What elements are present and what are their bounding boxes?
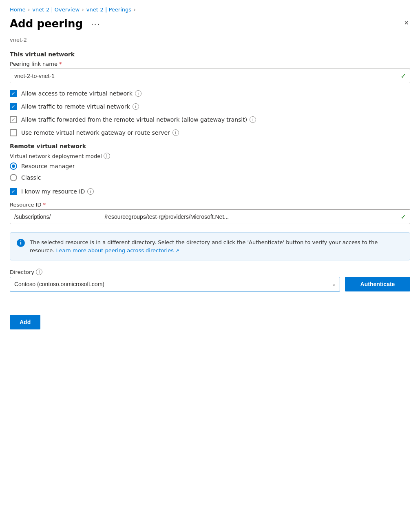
use-gateway-info[interactable]: i — [172, 129, 179, 136]
resource-id-check: ✓ — [401, 213, 406, 221]
deployment-model-label: Virtual network deployment model i — [10, 153, 410, 159]
use-gateway-row: Use remote virtual network gateway or ro… — [10, 129, 410, 136]
breadcrumb-sep-1: › — [28, 7, 30, 13]
allow-access-info[interactable]: i — [135, 90, 141, 97]
resource-id-label: Resource ID * — [10, 202, 410, 208]
classic-radio[interactable] — [10, 174, 17, 181]
breadcrumb-sep-3: › — [134, 7, 136, 13]
required-star: * — [59, 61, 62, 67]
resource-manager-label: Resource manager — [21, 163, 75, 169]
info-banner-icon: i — [17, 239, 25, 247]
allow-traffic-checkbox[interactable]: ✓ — [10, 103, 17, 110]
allow-traffic-info[interactable]: i — [133, 103, 139, 110]
peering-link-name-input[interactable] — [10, 69, 410, 83]
directory-select[interactable]: Contoso (contoso.onmicrosoft.com) — [10, 277, 340, 291]
know-resource-id-label: I know my resource ID i — [21, 188, 94, 195]
peering-link-name-check: ✓ — [401, 72, 406, 80]
use-gateway-label: Use remote virtual network gateway or ro… — [21, 129, 179, 136]
resource-manager-radio-row: Resource manager — [10, 162, 410, 170]
know-resource-id-row: ✓ I know my resource ID i — [10, 188, 410, 195]
allow-traffic-row: ✓ Allow traffic to remote virtual networ… — [10, 103, 410, 110]
resource-manager-radio[interactable] — [10, 162, 17, 170]
info-banner-link[interactable]: Learn more about peering across director… — [56, 247, 179, 254]
peering-link-name-label: Peering link name * — [10, 61, 410, 67]
resource-id-required-star: * — [43, 202, 46, 208]
directory-select-wrapper: Contoso (contoso.onmicrosoft.com) ⌄ — [10, 277, 340, 291]
classic-radio-row: Classic — [10, 174, 410, 181]
know-resource-id-checkmark: ✓ — [11, 189, 15, 194]
directory-info[interactable]: i — [36, 269, 42, 275]
allow-forwarded-checkbox[interactable]: ✓ — [10, 116, 17, 123]
breadcrumb-home[interactable]: Home — [10, 7, 25, 13]
page-subtitle: vnet-2 — [0, 37, 420, 43]
close-button[interactable]: × — [402, 18, 410, 28]
allow-forwarded-info[interactable]: i — [250, 116, 256, 123]
breadcrumb-vnet-overview[interactable]: vnet-2 | Overview — [32, 7, 80, 13]
allow-access-row: ✓ Allow access to remote virtual network… — [10, 90, 410, 97]
allow-forwarded-mark: ✓ — [11, 117, 15, 122]
breadcrumb-sep-2: › — [82, 7, 84, 13]
ellipsis-button[interactable]: ··· — [88, 18, 104, 30]
classic-label: Classic — [21, 174, 41, 181]
info-banner-text: The selected resource is in a different … — [30, 238, 403, 254]
allow-forwarded-row: ✓ Allow traffic forwarded from the remot… — [10, 116, 410, 123]
info-banner: i The selected resource is in a differen… — [10, 232, 410, 260]
allow-access-label: Allow access to remote virtual network i — [21, 90, 141, 97]
know-resource-id-checkbox[interactable]: ✓ — [10, 188, 17, 195]
directory-row: Contoso (contoso.onmicrosoft.com) ⌄ Auth… — [10, 277, 410, 291]
allow-traffic-label: Allow traffic to remote virtual network … — [21, 103, 139, 110]
this-vnet-section-title: This virtual network — [10, 51, 410, 58]
deployment-model-info[interactable]: i — [104, 153, 110, 159]
use-gateway-checkbox[interactable] — [10, 129, 17, 136]
authenticate-button[interactable]: Authenticate — [345, 277, 410, 291]
page-title: Add peering — [10, 18, 83, 30]
resource-id-input[interactable] — [10, 209, 410, 224]
footer: Add — [0, 308, 420, 336]
allow-access-checkbox[interactable]: ✓ — [10, 90, 17, 97]
allow-forwarded-label: Allow traffic forwarded from the remote … — [21, 116, 256, 123]
add-button[interactable]: Add — [10, 315, 40, 329]
remote-vnet-section-title: Remote virtual network — [10, 143, 410, 149]
allow-traffic-checkmark: ✓ — [11, 104, 15, 109]
breadcrumb: Home › vnet-2 | Overview › vnet-2 | Peer… — [0, 0, 420, 16]
know-resource-id-info[interactable]: i — [87, 188, 94, 195]
directory-label: Directory i — [10, 269, 410, 275]
breadcrumb-vnet-peerings[interactable]: vnet-2 | Peerings — [86, 7, 131, 13]
external-link-icon: ↗ — [175, 248, 179, 254]
allow-access-checkmark: ✓ — [11, 91, 15, 96]
